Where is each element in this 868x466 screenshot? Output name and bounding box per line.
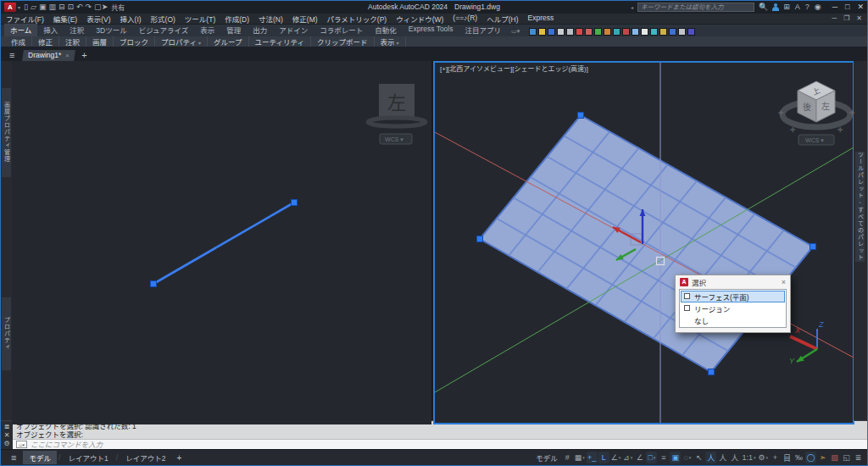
save-icon[interactable]: ▣ bbox=[39, 3, 47, 11]
doc-close-icon[interactable]: ✕ bbox=[856, 14, 862, 22]
open-icon[interactable]: ▱ bbox=[31, 3, 36, 11]
layout-tab[interactable]: モデル bbox=[23, 451, 57, 464]
command-history-icon[interactable]: ≣ bbox=[4, 423, 10, 430]
object-snap-tracking-icon[interactable]: ∠ bbox=[634, 452, 645, 463]
ribbon-panel-label[interactable]: 作成 bbox=[5, 36, 32, 47]
clean-screen-icon[interactable]: ▨ bbox=[829, 452, 840, 463]
selection-cycling-icon[interactable]: ◌▾ bbox=[682, 452, 693, 463]
custom-toolbar-icon[interactable] bbox=[632, 28, 639, 36]
checkbox[interactable] bbox=[684, 293, 690, 299]
share-plane-icon[interactable]: ➤ bbox=[102, 3, 108, 11]
selection-dialog-titlebar[interactable]: A 選択 × bbox=[676, 275, 790, 289]
dropdown-caret-icon[interactable]: ▾ bbox=[631, 455, 633, 460]
annotation-icon[interactable]: 人 bbox=[729, 452, 740, 463]
ribbon-tab[interactable]: 表示 bbox=[194, 24, 220, 36]
custom-toolbar-icon[interactable] bbox=[529, 28, 537, 36]
doc-restore-icon[interactable]: ❐ bbox=[843, 14, 849, 22]
recent-commands-icon[interactable]: ▭▾ bbox=[16, 441, 27, 448]
menu-item[interactable]: パラメトリック(P) bbox=[327, 14, 387, 24]
selection-dialog-item[interactable]: なし bbox=[681, 314, 785, 326]
annotation-scale[interactable]: 1:1▾ bbox=[741, 452, 756, 463]
dropdown-caret-icon[interactable]: ▾ bbox=[654, 455, 656, 460]
ribbon-panel-label[interactable]: 修正 bbox=[32, 36, 59, 47]
ribbon-tab[interactable]: ビジュアライズ bbox=[133, 24, 194, 36]
logo-caret-icon[interactable]: ▾ bbox=[18, 4, 20, 10]
sign-in-user-icon[interactable] bbox=[772, 3, 779, 11]
ribbon-panel-label[interactable]: グループ bbox=[208, 36, 249, 47]
export-icon[interactable]: ⊡ bbox=[67, 3, 74, 11]
dynamic-ucs-icon[interactable]: ↖ bbox=[693, 452, 704, 463]
dropdown-caret-icon[interactable]: ▾ bbox=[582, 455, 585, 460]
ribbon-tab[interactable]: アドイン bbox=[273, 24, 314, 36]
polar-tracking-icon[interactable]: ∠▾ bbox=[610, 452, 622, 463]
ribbon-panel-label[interactable]: ブロック bbox=[114, 36, 155, 47]
isolate-objects-icon[interactable]: ◯ bbox=[805, 452, 816, 463]
ribbon-panel-label[interactable]: 表示▾ bbox=[375, 36, 406, 47]
new-drawing-tab-button[interactable]: + bbox=[78, 50, 90, 61]
dynamic-input-icon[interactable]: +_ bbox=[587, 452, 598, 463]
snap-icon[interactable]: ▦▾ bbox=[574, 452, 586, 463]
custom-toolbar-icon[interactable] bbox=[557, 28, 565, 36]
menu-item[interactable]: 形式(O) bbox=[151, 14, 175, 24]
ribbon-tab[interactable]: 注釈 bbox=[64, 24, 90, 36]
custom-toolbar-icon[interactable] bbox=[678, 28, 686, 36]
help-search-input[interactable] bbox=[637, 3, 754, 12]
ribbon-tab[interactable]: コラボレート bbox=[314, 24, 369, 36]
search-icon[interactable]: 🔍 bbox=[759, 3, 768, 11]
lineweight-icon[interactable]: ≡ bbox=[658, 452, 669, 463]
menu-item[interactable]: ヘルプ(H) bbox=[487, 14, 518, 24]
custom-toolbar-icon[interactable] bbox=[585, 28, 593, 36]
ribbon-tab[interactable]: Express Tools bbox=[403, 24, 459, 36]
ortho-icon[interactable]: L bbox=[598, 452, 609, 463]
custom-toolbar-icon[interactable] bbox=[604, 28, 611, 36]
custom-toolbar-icon[interactable] bbox=[659, 28, 667, 36]
viewport-left[interactable] bbox=[12, 61, 431, 424]
transparency-icon[interactable]: ▣ bbox=[670, 452, 681, 463]
save-as-icon[interactable]: ▥ bbox=[48, 3, 56, 11]
workspace-switch-icon[interactable]: ▢ bbox=[94, 3, 102, 11]
search-collapse-icon[interactable]: ◂ bbox=[631, 4, 633, 10]
ribbon-tab[interactable]: 3Dツール bbox=[90, 24, 132, 36]
undo-icon[interactable]: ↶ bbox=[76, 3, 83, 11]
viewport-right-active[interactable] bbox=[433, 61, 854, 424]
custom-toolbar-icon[interactable] bbox=[538, 28, 546, 36]
annotation-monitor-icon[interactable]: + bbox=[770, 452, 781, 463]
annotation-visibility-icon[interactable]: 人 bbox=[705, 452, 716, 463]
model-space-indicator[interactable]: モデル bbox=[536, 452, 558, 463]
menu-item[interactable]: Express bbox=[527, 14, 554, 24]
quick-properties-icon[interactable]: 目 bbox=[782, 452, 793, 463]
custom-toolbar-icon[interactable] bbox=[641, 28, 648, 36]
workspace-gear-icon[interactable]: ⚙▾ bbox=[757, 452, 769, 463]
custom-toolbar-icon[interactable] bbox=[613, 28, 620, 36]
layout-tab[interactable]: レイアウト2 bbox=[120, 451, 171, 464]
menu-item[interactable]: (==♪(R) bbox=[453, 14, 477, 24]
graphics-performance-icon[interactable]: ➣ bbox=[817, 452, 828, 463]
custom-toolbar-icon[interactable] bbox=[669, 28, 676, 36]
menu-item[interactable]: 修正(M) bbox=[292, 14, 318, 24]
dropdown-caret-icon[interactable]: ▾ bbox=[689, 455, 692, 460]
palette-tab[interactable]: 画層プロパティ管理 bbox=[2, 88, 11, 177]
menu-item[interactable]: ファイル(F) bbox=[6, 14, 44, 24]
menu-item[interactable]: 作成(D) bbox=[225, 14, 249, 24]
file-tab-menu-icon[interactable]: ≡ bbox=[4, 50, 19, 61]
customize-wrench-icon[interactable]: ⚙ bbox=[3, 440, 9, 447]
menu-item[interactable]: 寸法(N) bbox=[259, 14, 283, 24]
ribbon-tab[interactable]: 出力 bbox=[247, 24, 273, 36]
viewport-label[interactable]: [+][北西アイソメビュー][シェードとエッジ(高速)] bbox=[440, 64, 588, 73]
help-icon[interactable]: ? bbox=[805, 3, 810, 11]
layout-menu-icon[interactable]: ≡ bbox=[4, 452, 23, 463]
custom-toolbar-icon[interactable] bbox=[548, 28, 555, 36]
menu-item[interactable]: 編集(E) bbox=[53, 14, 77, 24]
custom-toolbar-icon[interactable] bbox=[566, 28, 574, 36]
custom-toolbar-icon[interactable] bbox=[576, 28, 583, 36]
selection-dialog-item[interactable]: サーフェス(平面) bbox=[681, 291, 785, 302]
selection-dialog-item[interactable]: リージョン bbox=[681, 302, 785, 314]
object-snap-icon[interactable]: □▾ bbox=[646, 452, 657, 463]
share-button[interactable]: 共有 bbox=[111, 3, 125, 12]
close-icon[interactable]: ✕ bbox=[857, 3, 864, 11]
doc-minimize-icon[interactable]: ─ bbox=[832, 14, 837, 22]
ribbon-panel-label[interactable]: ユーティリティ bbox=[249, 36, 311, 47]
isodraft-icon[interactable]: ⊿▾ bbox=[622, 452, 633, 463]
menu-item[interactable]: ツール(T) bbox=[185, 14, 215, 24]
ribbon-tab[interactable]: 自動化 bbox=[369, 24, 403, 36]
